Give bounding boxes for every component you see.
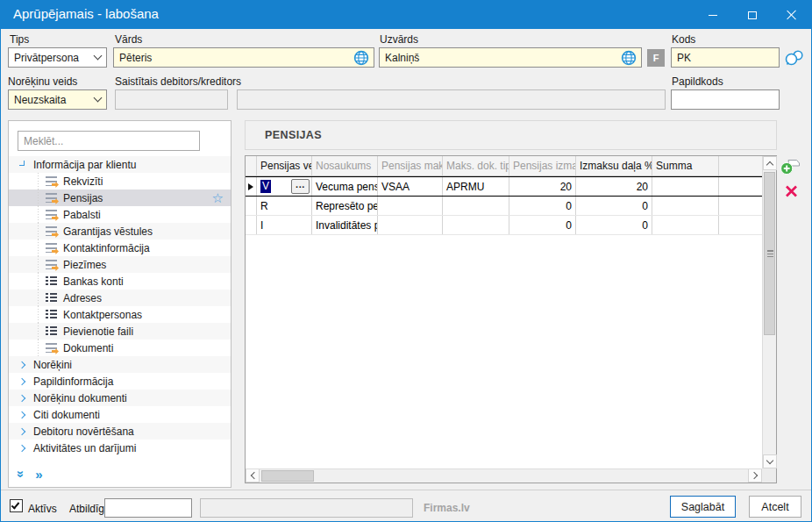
sidebar-item-dokumenti[interactable]: Dokumenti: [9, 340, 231, 356]
footer-bar: Aktīvs Atbildīgais Firmas.lv Saglabāt At…: [1, 490, 811, 522]
cell-summa[interactable]: [652, 177, 719, 196]
table-icon: [46, 276, 57, 286]
scroll-down-button[interactable]: [763, 454, 777, 468]
delete-record-button[interactable]: [780, 184, 801, 201]
sidebar-item-piezimes[interactable]: Piezīmes: [9, 256, 231, 273]
sidebar-item-adreses[interactable]: Adreses: [9, 290, 231, 306]
sidebar-item-bankas-konti[interactable]: Bankas konti: [9, 273, 231, 290]
cell-veids[interactable]: V ···: [257, 177, 312, 196]
aktivs-checkbox[interactable]: [10, 499, 23, 512]
globe-icon[interactable]: [621, 50, 637, 68]
col-nosaukums[interactable]: Nosaukums: [312, 156, 378, 175]
col-summa[interactable]: Summa: [652, 156, 719, 175]
uzvards-value: Kalniņš: [385, 52, 419, 64]
table-row[interactable]: V ··· Vecuma pensija VSAA APRMU 20 20: [246, 176, 762, 197]
cell-summa[interactable]: [652, 197, 719, 215]
cell-nosaukums[interactable]: Vecuma pensija: [312, 177, 378, 196]
cell-maksatajs[interactable]: [378, 197, 443, 215]
search-input[interactable]: [18, 131, 200, 151]
sidebar-item-norekinu-dokumenti[interactable]: Norēķinu dokumenti: [9, 390, 231, 406]
cell-izmaksa[interactable]: 20: [509, 177, 576, 196]
sidebar-item-pievienotie-faili[interactable]: Pievienotie faili: [9, 323, 231, 340]
scrollbar-corner: [762, 468, 776, 483]
col-maks-dok-tips[interactable]: Maks. dok. tips: [443, 156, 509, 175]
sidebar-item-aktivitates-un-darijumi[interactable]: Aktivitātes un darījumi: [9, 440, 231, 456]
table-row[interactable]: R Represēto pe... 0 0: [246, 197, 762, 216]
chevron-collapsed-icon: [18, 361, 25, 368]
save-button[interactable]: Saglabāt: [670, 496, 736, 518]
delete-record-icon: [784, 188, 799, 201]
cell-nosaukums[interactable]: Invaliditātes p...: [312, 216, 378, 234]
sidebar-item-citi-dokumenti[interactable]: Citi dokumenti: [9, 406, 231, 423]
cell-dok-tips[interactable]: [443, 197, 509, 215]
panel-title: PENSIJAS: [265, 129, 322, 141]
col-pensijas-izmaksa[interactable]: Pensijas izmak...: [509, 156, 576, 175]
add-record-button[interactable]: [780, 159, 801, 175]
tips-select[interactable]: Privātpersona: [8, 47, 107, 68]
table-row[interactable]: I Invaliditātes p... 0 0: [246, 216, 762, 235]
scroll-up-button[interactable]: [763, 156, 777, 170]
scroll-right-button[interactable]: [748, 469, 762, 483]
col-pensijas-veids[interactable]: Pensijas veids: [257, 156, 312, 175]
uzvards-field[interactable]: Kalniņš: [379, 47, 642, 68]
close-button[interactable]: [772, 1, 811, 29]
cell-dala[interactable]: 0: [576, 197, 652, 215]
maximize-button[interactable]: [732, 1, 772, 29]
sidebar-item-kontaktinformacija[interactable]: Kontaktinformācija: [9, 240, 231, 256]
kods-field[interactable]: PK: [671, 47, 780, 68]
atbildigais-input[interactable]: [104, 498, 192, 518]
expand-all-icon[interactable]: »: [14, 470, 29, 477]
tree-connector: [38, 240, 39, 256]
cell-maksatajs[interactable]: [378, 216, 443, 234]
cell-maksatajs[interactable]: VSAA: [378, 177, 443, 196]
cell-dala[interactable]: 0: [576, 216, 652, 234]
window-title: Aprūpējamais - labošana: [13, 6, 159, 21]
form-icon: [46, 176, 57, 186]
horizontal-scrollbar-thumb[interactable]: [261, 470, 314, 482]
vards-field[interactable]: Pēteris: [113, 47, 374, 68]
cell-veids[interactable]: R: [257, 197, 312, 215]
col-pensijas-maksatajs[interactable]: Pensijas maks...: [378, 156, 443, 175]
sidebar-item-rekviziti[interactable]: Rekvizīti: [9, 173, 231, 189]
cell-dok-tips[interactable]: APRMU: [443, 177, 509, 196]
chevron-left-icon: [250, 472, 257, 479]
papildkods-field[interactable]: [671, 89, 780, 110]
vertical-scrollbar[interactable]: [762, 156, 776, 468]
minimize-icon: [709, 15, 717, 16]
sidebar-item-kontaktpersonas[interactable]: Kontaktpersonas: [9, 306, 231, 323]
cell-izmaksa[interactable]: 0: [509, 216, 576, 234]
cell-veids[interactable]: I: [257, 216, 312, 234]
col-izmaksu-dala[interactable]: Izmaksu daļa %: [576, 156, 652, 175]
sidebar-item-papildinformacija[interactable]: Papildinformācija: [9, 373, 231, 390]
vertical-scrollbar-thumb[interactable]: [764, 172, 775, 335]
sidebar-item-norekini[interactable]: Norēķini: [9, 356, 231, 373]
star-icon[interactable]: ☆: [212, 189, 224, 206]
sidebar-item-informacija-par-klientu[interactable]: Informācija par klientu: [9, 156, 231, 173]
cell-dala[interactable]: 20: [576, 177, 652, 196]
f-button[interactable]: F: [647, 49, 665, 67]
tree-connector: [38, 189, 39, 206]
cell-dok-tips[interactable]: [443, 216, 509, 234]
tree-connector: [38, 173, 39, 189]
tree-connector: [38, 340, 39, 356]
minimize-button[interactable]: [693, 1, 732, 29]
current-row-marker-icon: [248, 183, 253, 190]
sidebar-item-garantijas-vestules[interactable]: Garantijas vēstules: [9, 223, 231, 240]
globe-icon[interactable]: [353, 50, 369, 68]
chat-bubbles-button[interactable]: [784, 49, 805, 69]
chevron-down-icon: [766, 457, 773, 464]
cancel-button[interactable]: Atcelt: [749, 496, 801, 518]
sidebar-item-pabalsti[interactable]: Pabalsti: [9, 206, 231, 223]
lookup-ellipsis-button[interactable]: ···: [291, 179, 310, 194]
scroll-left-button[interactable]: [246, 469, 260, 483]
collapse-all-icon[interactable]: »: [35, 467, 42, 482]
horizontal-scrollbar[interactable]: [246, 468, 762, 483]
cell-nosaukums[interactable]: Represēto pe...: [312, 197, 378, 215]
sidebar-item-debitoru-novertesana[interactable]: Debitoru novērtēšana: [9, 423, 231, 440]
sidebar-item-pensijas[interactable]: Pensijas ☆: [9, 189, 231, 206]
cell-izmaksa[interactable]: 0: [509, 197, 576, 215]
table-icon: [46, 293, 57, 303]
cell-summa[interactable]: [652, 216, 719, 234]
kods-label: Kods: [672, 33, 695, 46]
norekinu-veids-select[interactable]: Neuzskaita: [8, 89, 107, 110]
